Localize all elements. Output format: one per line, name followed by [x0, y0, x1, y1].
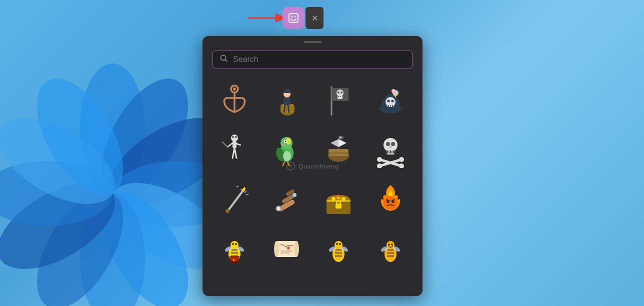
search-icon	[220, 54, 228, 64]
svg-line-18	[226, 60, 228, 62]
svg-text:✦: ✦	[242, 186, 246, 191]
sticker-treasure-chest[interactable]	[316, 177, 360, 221]
svg-point-91	[226, 209, 230, 213]
svg-point-88	[377, 164, 382, 168]
svg-point-22	[233, 88, 236, 90]
svg-rect-124	[276, 241, 296, 257]
sticker-skull-crossbones[interactable]	[368, 128, 412, 172]
svg-point-77	[386, 142, 390, 146]
svg-rect-30	[282, 92, 292, 93]
sticker-skull-flag[interactable]	[316, 79, 360, 123]
svg-point-74	[340, 136, 342, 138]
svg-point-16	[294, 16, 296, 18]
svg-point-79	[390, 146, 392, 148]
svg-point-35	[336, 90, 344, 96]
svg-point-53	[232, 136, 234, 138]
svg-point-66	[283, 151, 291, 161]
desktop: ✕ ©	[0, 0, 644, 306]
svg-point-136	[339, 243, 341, 245]
svg-line-68	[288, 162, 290, 166]
svg-point-86	[399, 157, 404, 162]
sticker-map[interactable]	[264, 226, 308, 270]
sticker-bee-2[interactable]	[316, 226, 360, 270]
svg-line-89	[228, 190, 244, 210]
svg-point-54	[235, 136, 237, 138]
sticker-anchor[interactable]	[212, 79, 256, 123]
svg-line-67	[282, 162, 284, 166]
svg-point-85	[377, 157, 382, 162]
svg-point-109	[384, 196, 398, 210]
svg-point-37	[338, 92, 340, 94]
sticker-grid-container[interactable]: © Quantrimang	[202, 75, 422, 296]
sticker-bee-1[interactable]: ✦	[212, 226, 256, 270]
svg-line-94	[246, 194, 248, 195]
sticker-grid: ✦ ✦	[212, 79, 416, 270]
svg-point-125	[274, 241, 279, 257]
svg-line-31	[284, 105, 285, 112]
svg-line-92	[244, 191, 246, 193]
svg-point-107	[342, 197, 346, 201]
svg-point-44	[392, 100, 394, 102]
close-toolbar-button[interactable]: ✕	[306, 7, 324, 29]
sticker-pirate-barrel[interactable]	[264, 79, 308, 123]
svg-rect-55	[232, 141, 236, 148]
sticker-parrot[interactable]	[264, 128, 308, 172]
search-input[interactable]	[233, 55, 405, 64]
svg-point-87	[399, 164, 404, 168]
svg-line-59	[222, 142, 228, 147]
svg-point-50	[392, 89, 396, 93]
svg-rect-104	[336, 204, 342, 208]
search-area	[202, 46, 422, 75]
svg-point-144	[388, 244, 390, 246]
svg-line-32	[288, 105, 289, 112]
sticker-sword[interactable]: ✦ ✦	[212, 177, 256, 221]
close-toolbar-label: ✕	[312, 14, 318, 23]
svg-point-105	[332, 197, 336, 201]
svg-line-57	[234, 148, 236, 158]
svg-text:✦: ✦	[236, 184, 239, 189]
svg-point-38	[340, 92, 342, 94]
svg-point-120	[235, 243, 237, 245]
svg-rect-82	[392, 150, 394, 154]
svg-point-100	[276, 206, 281, 211]
svg-point-135	[336, 243, 338, 245]
sticker-skull-hat[interactable]	[368, 79, 412, 123]
svg-rect-14	[289, 14, 298, 22]
sticker-bee-3[interactable]	[368, 226, 412, 270]
svg-point-119	[232, 243, 234, 245]
sticker-toggle-button[interactable]	[282, 7, 304, 29]
toolbar-area: ✕	[282, 7, 324, 29]
sticker-sword-fight[interactable]	[212, 128, 256, 172]
sticker-fire-face[interactable]	[368, 177, 412, 221]
search-box	[212, 50, 412, 69]
svg-point-101	[292, 193, 296, 197]
svg-point-69	[286, 138, 291, 144]
svg-point-126	[294, 241, 299, 257]
svg-rect-80	[386, 150, 388, 154]
svg-point-78	[391, 142, 395, 146]
drag-bar	[304, 41, 322, 43]
sticker-icon	[288, 12, 300, 24]
svg-rect-27	[284, 97, 290, 105]
svg-text:✦: ✦	[232, 258, 236, 262]
svg-point-43	[388, 100, 390, 102]
svg-line-58	[228, 143, 232, 147]
sticker-telescope[interactable]	[264, 177, 308, 221]
svg-point-15	[292, 16, 293, 18]
sticker-panel: © Quantrimang	[202, 36, 422, 296]
svg-point-145	[391, 244, 393, 246]
svg-rect-81	[390, 150, 392, 154]
svg-point-52	[231, 134, 238, 142]
svg-rect-70	[328, 149, 348, 156]
svg-point-127	[287, 246, 290, 250]
drag-handle[interactable]	[202, 36, 422, 46]
sticker-pirate-ship[interactable]	[316, 128, 360, 172]
